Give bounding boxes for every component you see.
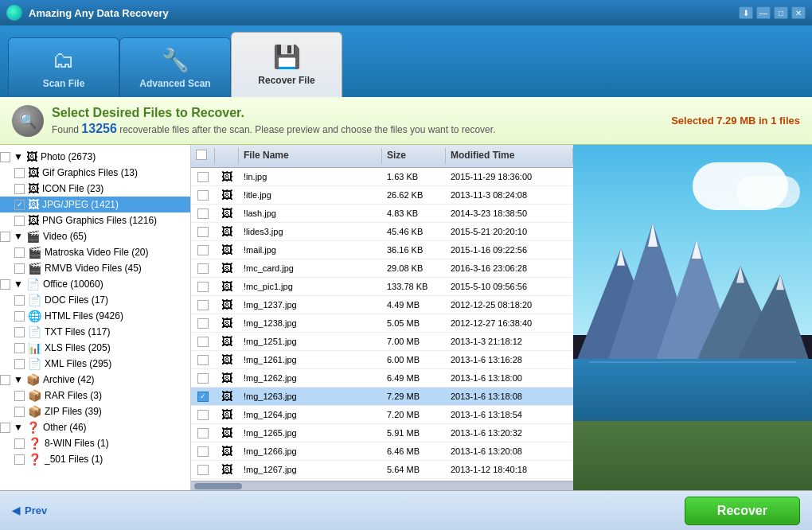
- tree-checkbox-video[interactable]: [0, 232, 10, 242]
- table-row[interactable]: 🖼 !in.jpg 1.63 KB 2015-11-29 18:36:00: [191, 168, 573, 186]
- table-row[interactable]: 🖼 !mg_1238.jpg 5.05 MB 2012-12-27 16:38:…: [191, 314, 573, 333]
- row-checkbox[interactable]: ✓: [197, 392, 209, 402]
- tree-checkbox-xml[interactable]: [14, 359, 25, 369]
- file-modified: 2013-1-6 13:18:08: [446, 389, 573, 403]
- tree-label-txt: TXT Files (117): [45, 326, 110, 337]
- tree-item-png[interactable]: 🖼 PNG Graphics Files (1216): [0, 212, 190, 228]
- table-row[interactable]: 🖼 !mg_1265.jpg 5.91 MB 2013-1-6 13:20:32: [191, 424, 573, 442]
- tree-checkbox-rmvb[interactable]: [14, 263, 25, 274]
- tree-item-video[interactable]: ▼ 🎬 Video (65): [0, 228, 190, 244]
- tree-checkbox-archive[interactable]: [0, 375, 10, 385]
- table-row[interactable]: 🖼 !mg_1267.jpg 5.64 MB 2013-1-12 18:40:1…: [191, 461, 573, 479]
- minimize-btn[interactable]: ⬇: [739, 6, 753, 19]
- table-row[interactable]: 🖼 !lides3.jpg 45.46 KB 2015-5-21 20:20:1…: [191, 223, 573, 241]
- tree-checkbox-other[interactable]: [0, 423, 10, 433]
- tree-checkbox-zip[interactable]: [14, 407, 25, 417]
- row-checkbox[interactable]: [197, 282, 209, 292]
- table-row[interactable]: 🖼 !mg_1262.jpg 6.49 MB 2013-1-6 13:18:00: [191, 369, 573, 388]
- recover-label: Recover: [717, 504, 767, 517]
- matroska-icon: 🎬: [28, 246, 41, 259]
- table-row[interactable]: 🖼 !mail.jpg 36.16 KB 2015-1-16 09:22:56: [191, 241, 573, 259]
- tab-recover-file[interactable]: 💾 Recover File: [231, 32, 342, 97]
- table-row[interactable]: 🖼 !mg_1251.jpg 7.00 MB 2013-1-3 21:18:12: [191, 333, 573, 351]
- row-checkbox[interactable]: [197, 428, 209, 438]
- tree-item-xml[interactable]: 📄 XML Files (295): [0, 356, 190, 372]
- minimize-window-btn[interactable]: —: [756, 6, 771, 19]
- table-row[interactable]: 🖼 !mg_1237.jpg 4.49 MB 2012-12-25 08:18:…: [191, 296, 573, 314]
- table-row[interactable]: ✓ 🖼 !mg_1263.jpg 7.29 MB 2013-1-6 13:18:…: [191, 388, 573, 406]
- table-row[interactable]: 🖼 !mc_card.jpg 29.08 KB 2016-3-16 23:06:…: [191, 259, 573, 278]
- row-checkbox[interactable]: [197, 263, 209, 274]
- tree-checkbox-xls[interactable]: [14, 343, 25, 353]
- row-checkbox[interactable]: [197, 190, 209, 201]
- tree-checkbox-rar[interactable]: [14, 391, 25, 401]
- row-checkbox[interactable]: [197, 465, 209, 475]
- tree-checkbox-png[interactable]: [14, 216, 25, 226]
- tree-item-xls[interactable]: 📊 XLS Files (205): [0, 340, 190, 356]
- tree-checkbox-matroska[interactable]: [14, 247, 25, 258]
- tree-checkbox-doc[interactable]: [14, 295, 25, 306]
- row-checkbox[interactable]: [197, 410, 209, 420]
- tree-item-photo[interactable]: ▼ 🖼 Photo (2673): [0, 149, 190, 165]
- prev-button[interactable]: ◀ Prev: [12, 505, 47, 516]
- file-size: 1.63 KB: [382, 170, 446, 184]
- tree-checkbox-8win[interactable]: [14, 438, 25, 449]
- row-checkbox[interactable]: [197, 227, 209, 237]
- table-row[interactable]: 🖼 !lash.jpg 4.83 KB 2014-3-23 18:38:50: [191, 205, 573, 223]
- table-row[interactable]: 🖼 !itle.jpg 26.62 KB 2013-11-3 08:24:08: [191, 186, 573, 205]
- tree-item-501[interactable]: ❓ _501 Files (1): [0, 451, 190, 467]
- tree-checkbox-html[interactable]: [14, 311, 25, 322]
- restore-btn[interactable]: □: [774, 6, 788, 19]
- tree-item-zip[interactable]: 📦 ZIP Files (39): [0, 403, 190, 419]
- tree-checkbox-txt[interactable]: [14, 327, 25, 337]
- row-checkbox[interactable]: [197, 300, 209, 310]
- tree-item-8win[interactable]: ❓ 8-WIN Files (1): [0, 435, 190, 451]
- file-name: !mail.jpg: [239, 243, 382, 257]
- tree-item-gif[interactable]: 🖼 Gif Graphics Files (13): [0, 165, 190, 181]
- row-checkbox[interactable]: [197, 355, 209, 365]
- tree-item-rmvb[interactable]: 🎬 RMVB Video Files (45): [0, 260, 190, 276]
- table-row[interactable]: 🖼 !mg_1264.jpg 7.20 MB 2013-1-6 13:18:54: [191, 406, 573, 424]
- row-checkbox[interactable]: [197, 245, 209, 255]
- bottom-bar: ◀ Prev Recover: [0, 490, 812, 530]
- recover-button[interactable]: Recover: [685, 497, 800, 525]
- tree-item-html[interactable]: 🌐 HTML Files (9426): [0, 308, 190, 324]
- tree-label-jpg: JPG/JPEG (1421): [42, 199, 119, 210]
- tree-checkbox-gif[interactable]: [14, 168, 25, 178]
- file-name: !mg_1238.jpg: [239, 316, 382, 330]
- table-row[interactable]: 🖼 !mg_1266.jpg 6.46 MB 2013-1-6 13:20:08: [191, 442, 573, 461]
- tree-item-icon[interactable]: 🖼 ICON File (23): [0, 181, 190, 197]
- tree-item-jpg[interactable]: ✓ 🖼 JPG/JPEG (1421): [0, 197, 190, 212]
- row-checkbox[interactable]: [197, 337, 209, 347]
- tree-item-txt[interactable]: 📄 TXT Files (117): [0, 324, 190, 340]
- tree-item-other[interactable]: ▼ ❓ Other (46): [0, 419, 190, 435]
- rmvb-icon: 🎬: [28, 262, 41, 275]
- tree-checkbox-office[interactable]: [0, 279, 10, 290]
- close-btn[interactable]: ✕: [791, 6, 806, 19]
- table-row[interactable]: 🖼 !mg_1261.jpg 6.00 MB 2013-1-6 13:16:28: [191, 351, 573, 369]
- tab-advanced-scan[interactable]: 🔧 Advanced Scan: [119, 37, 231, 97]
- tree-item-archive[interactable]: ▼ 📦 Archive (42): [0, 372, 190, 388]
- tree-checkbox-jpg[interactable]: ✓: [14, 200, 25, 210]
- row-checkbox[interactable]: [197, 373, 209, 384]
- row-checkbox[interactable]: [197, 172, 209, 182]
- row-checkbox[interactable]: [197, 208, 209, 219]
- tree-label-matroska: Matroska Video File (20): [45, 247, 149, 258]
- header-size: Size: [382, 148, 446, 164]
- file-size: 5.91 MB: [382, 426, 446, 440]
- tree-item-doc[interactable]: 📄 DOC Files (17): [0, 292, 190, 308]
- tree-checkbox-photo[interactable]: [0, 152, 10, 162]
- tab-scan-file[interactable]: 🗂 Scan File: [8, 37, 119, 97]
- row-checkbox[interactable]: [197, 318, 209, 329]
- horizontal-scrollbar[interactable]: [191, 481, 573, 490]
- scrollbar-thumb[interactable]: [194, 483, 242, 489]
- tree-item-rar[interactable]: 📦 RAR Files (3): [0, 388, 190, 403]
- tree-item-matroska[interactable]: 🎬 Matroska Video File (20): [0, 244, 190, 260]
- tree-checkbox-501[interactable]: [14, 454, 25, 465]
- tree-checkbox-icon[interactable]: [14, 184, 25, 194]
- tree-item-office[interactable]: ▼ 📄 Office (10060): [0, 276, 190, 292]
- table-row[interactable]: 🖼 !mc_pic1.jpg 133.78 KB 2015-5-10 09:56…: [191, 278, 573, 296]
- info-text: Select Desired Files to Recover. Found 1…: [52, 106, 495, 136]
- header-checkbox[interactable]: [196, 150, 207, 160]
- row-checkbox[interactable]: [197, 446, 209, 457]
